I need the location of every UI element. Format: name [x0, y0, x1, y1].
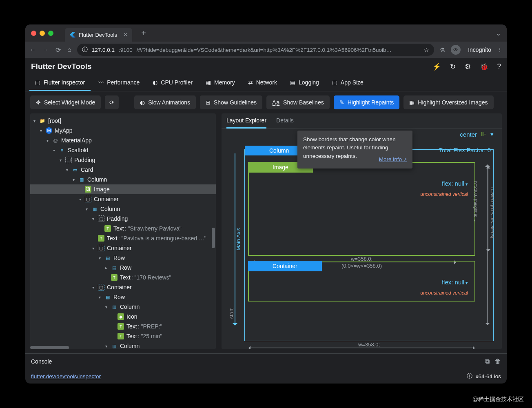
tree-node-row[interactable]: ▾▤Row — [30, 292, 216, 302]
slow-animations-button[interactable]: ◐ Slow Animations — [134, 95, 196, 109]
forward-button[interactable]: → — [42, 46, 49, 54]
url-input[interactable]: ⓘ 127.0.0.1:9100/#/?hide=debugger&ide=VS… — [77, 44, 434, 56]
expand-icon[interactable]: ▾ — [99, 295, 104, 299]
copy-icon[interactable]: ⧉ — [485, 358, 490, 365]
expand-icon[interactable]: ▾ — [53, 148, 59, 153]
widget-icon: T — [98, 235, 104, 242]
browser-tab[interactable]: Flutter DevTools × — [65, 28, 132, 42]
back-button[interactable]: ← — [29, 46, 36, 54]
layout-outer-box[interactable]: Column Total Flex Factor: 0 Image flex: … — [244, 149, 494, 341]
refresh-button[interactable]: ⟳ — [105, 95, 119, 109]
tab-close-button[interactable]: × — [124, 31, 127, 38]
extension-icon[interactable]: ⚗ — [440, 47, 445, 53]
expand-icon[interactable]: ▾ — [79, 197, 85, 202]
tree-node-container[interactable]: ▾▢Container — [30, 282, 216, 292]
window-close-button[interactable] — [31, 31, 36, 36]
tree-node-text[interactable]: TText: "170 Reviews" — [30, 273, 216, 282]
tree-node-padding[interactable]: ▾▢Padding — [30, 214, 216, 224]
horizontal-scrollbar[interactable] — [30, 346, 69, 349]
tree-node-myapp[interactable]: ▾MMyApp — [30, 126, 216, 135]
widget-icon: 🖼 — [85, 186, 91, 193]
tree-node-row[interactable]: ▸▤Row — [30, 263, 216, 273]
axis-start-label: start — [228, 308, 235, 319]
tree-node-column[interactable]: ▾▥Column — [30, 204, 216, 214]
expand-icon[interactable]: ▾ — [92, 285, 98, 290]
expand-icon[interactable]: ▾ — [105, 305, 111, 309]
expand-icon[interactable]: ▸ — [105, 266, 111, 270]
nav-tab-cpu-profiler[interactable]: ◐ CPU Profiler — [147, 75, 198, 91]
layout-child-image[interactable]: Image flex: null unconstrained vertical … — [248, 162, 475, 256]
nav-tab-logging[interactable]: ▤ Logging — [284, 75, 325, 91]
expand-icon[interactable]: ▾ — [105, 344, 111, 348]
flex-value[interactable]: flex: null — [442, 180, 468, 187]
clear-icon[interactable]: 🗑 — [494, 358, 501, 365]
widget-icon: ▤ — [104, 255, 111, 261]
history-icon[interactable]: ↻ — [450, 62, 456, 71]
help-icon[interactable]: ? — [497, 62, 501, 71]
main-axis-label: Main Axis — [235, 228, 242, 251]
star-icon[interactable]: ☆ — [424, 47, 429, 53]
expand-icon[interactable]: ▾ — [60, 158, 65, 162]
tree-node-text[interactable]: TText: "Strawberry Pavlova" — [30, 224, 216, 233]
tree-node-row[interactable]: ▾▤Row — [30, 253, 216, 263]
expand-icon[interactable]: ▾ — [92, 217, 98, 221]
highlight-repaints-button[interactable]: ✎ Highlight Repaints — [334, 95, 400, 109]
nav-tab-performance[interactable]: 〰 Performance — [92, 75, 145, 91]
select-widget-button[interactable]: ✥ Select Widget Mode — [30, 95, 101, 109]
tree-node-icon[interactable]: ◆Icon — [30, 312, 216, 322]
tree-node-padding[interactable]: ▾▢Padding — [30, 155, 216, 165]
bolt-icon[interactable]: ⚡ — [432, 62, 441, 71]
home-button[interactable]: ⌂ — [67, 46, 71, 54]
expand-icon[interactable]: ▾ — [47, 138, 52, 143]
tree-node-[root][interactable]: ▾📁[root] — [30, 116, 216, 126]
alignment-control[interactable]: center⊪▾ — [460, 131, 494, 138]
expand-icon[interactable]: ▾ — [99, 256, 104, 260]
tree-node-image[interactable]: 🖼Image — [30, 184, 216, 194]
expand-icon[interactable]: ▾ — [66, 168, 72, 172]
settings-icon[interactable]: ⚙ — [465, 62, 471, 71]
highlight-oversized-button[interactable]: ▦ Highlight Oversized Images — [403, 95, 493, 109]
docs-link[interactable]: flutter.dev/devtools/inspector — [31, 373, 101, 379]
tab-title: Flutter DevTools — [79, 32, 117, 38]
widget-value: : "170 Reviews" — [131, 274, 171, 281]
tabs-dropdown-icon[interactable]: ⌄ — [496, 29, 501, 37]
reload-button[interactable]: ⟳ — [55, 46, 61, 54]
menu-icon[interactable]: ⋮ — [497, 47, 503, 53]
expand-icon[interactable]: ▾ — [92, 246, 98, 251]
console-bar[interactable]: Console ⧉ 🗑 — [25, 353, 507, 369]
tree-node-text[interactable]: TText: "25 min" — [30, 331, 216, 341]
app-title: Flutter DevTools — [31, 62, 92, 71]
show-baselines-button[interactable]: A̲a̲ Show Baselines — [266, 95, 330, 109]
tree-node-column[interactable]: ▾▥Column — [30, 302, 216, 312]
nav-tab-flutter-inspector[interactable]: ▢ Flutter Inspector — [29, 75, 91, 91]
expand-icon[interactable]: ▾ — [73, 177, 78, 182]
window-minimize-button[interactable] — [40, 31, 45, 36]
window-maximize-button[interactable] — [48, 31, 53, 36]
expand-icon[interactable]: ▾ — [40, 129, 46, 133]
flex-value[interactable]: flex: null — [442, 279, 468, 286]
layout-child-container[interactable]: Container flex: null unconstrained verti… — [248, 261, 475, 302]
tree-node-container[interactable]: ▾▢Container — [30, 243, 216, 253]
show-guidelines-button[interactable]: ⊞ Show Guidelines — [200, 95, 262, 109]
widget-tree[interactable]: ▾📁[root]▾MMyApp▾@MaterialApp▾≡Scaffold▾▢… — [30, 113, 216, 349]
tree-node-card[interactable]: ▾▭Card — [30, 165, 216, 175]
expand-icon[interactable]: ▾ — [86, 207, 91, 211]
inspector-tab-details[interactable]: Details — [276, 113, 294, 129]
widget-icon: T — [104, 225, 111, 232]
inspector-tab-layout-explorer[interactable]: Layout Explorer — [226, 113, 266, 129]
expand-icon[interactable]: ▾ — [33, 119, 39, 123]
nav-tab-app-size[interactable]: ▢ App Size — [326, 75, 369, 91]
nav-tab-network[interactable]: ⇄ Network — [242, 75, 283, 91]
vertical-scrollbar[interactable] — [212, 228, 215, 248]
tooltip-link[interactable]: More info — [379, 155, 407, 164]
tree-node-container[interactable]: ▾▢Container — [30, 194, 216, 204]
tree-node-column[interactable]: ▾▥Column — [30, 175, 216, 184]
widget-icon: T — [111, 274, 117, 281]
tree-node-text[interactable]: TText: "PREP:" — [30, 322, 216, 331]
tree-node-scaffold[interactable]: ▾≡Scaffold — [30, 145, 216, 155]
new-tab-button[interactable]: + — [141, 29, 146, 38]
nav-tab-memory[interactable]: ▦ Memory — [200, 75, 241, 91]
bug-icon[interactable]: 🐞 — [480, 62, 488, 71]
tree-node-text[interactable]: TText: "Pavlova is a meringue-based …" — [30, 233, 216, 243]
tree-node-materialapp[interactable]: ▾@MaterialApp — [30, 135, 216, 145]
